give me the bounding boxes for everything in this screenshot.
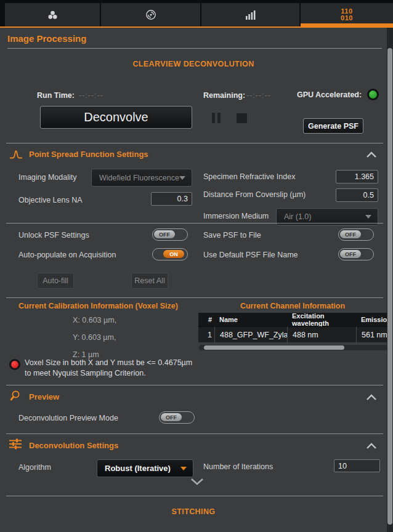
unlock-psf-toggle[interactable]: OFF — [152, 228, 188, 241]
iterations-input[interactable] — [334, 459, 380, 472]
imaging-modality-dropdown[interactable]: Widefield Fluorescence — [91, 169, 192, 187]
warning-line1: Voxel Size in both X and Y must be <= 0.… — [25, 358, 192, 368]
toggle-knob: OFF — [161, 413, 182, 421]
tab-acquisition[interactable] — [101, 3, 200, 26]
chevron-down-icon — [365, 215, 371, 219]
decon-settings-title: Deconvolution Settings — [29, 441, 118, 450]
channel-name: 488_GFP_WF_Zyla — [214, 326, 287, 342]
channel-num: 1 — [198, 326, 214, 342]
algorithm-value: Robust (Iterative) — [97, 464, 180, 473]
preview-mode-label: Deconvolution Preview Mode — [18, 414, 118, 422]
toggle-knob: OFF — [154, 230, 175, 238]
unlock-psf-label: Unlock PSF Settings — [18, 231, 89, 240]
toggle-knob: OFF — [340, 230, 361, 238]
stop-icon[interactable] — [237, 113, 247, 123]
algorithm-dropdown[interactable]: Robust (Iterative) — [97, 459, 193, 477]
calibration-title: Current Calibration Information (Voxel S… — [18, 302, 178, 310]
hscrollbar-thumb[interactable] — [204, 345, 344, 350]
coverslip-label: Distance From Coverslip (µm) — [203, 190, 306, 199]
channel-excitation: 488 nm — [287, 326, 356, 342]
page-title: Image Processing — [7, 33, 86, 44]
nyquist-warning-led — [9, 359, 20, 370]
col-header-num: # — [198, 313, 214, 326]
channel-table-hscrollbar[interactable] — [198, 344, 388, 351]
auto-populate-toggle[interactable]: ON — [152, 248, 188, 260]
decon-settings-divider — [6, 433, 383, 434]
vertical-scrollbar-thumb[interactable] — [387, 48, 392, 525]
gpu-accelerated-label: GPU Accelerated: — [297, 91, 362, 99]
auto-fill-button[interactable]: Auto-fill — [37, 273, 74, 289]
sliders-icon — [9, 438, 22, 449]
deconvolve-button[interactable]: Deconvolve — [40, 106, 192, 129]
channel-info-title: Current Channel Information — [198, 302, 387, 310]
run-time-value: --:--:-- — [79, 91, 103, 100]
preview-divider — [6, 385, 383, 385]
calibration-divider — [6, 297, 383, 298]
pause-icon[interactable] — [212, 113, 221, 123]
top-tab-bar: 110 010 — [0, 0, 393, 28]
channel-table: # Name Excitation wavelength Emission w … — [198, 313, 393, 342]
preview-section-title: Preview — [29, 392, 59, 401]
col-header-excitation: Excitation wavelength — [287, 313, 356, 326]
save-psf-toggle[interactable]: OFF — [338, 228, 374, 241]
peak-curve-icon — [10, 150, 23, 159]
orbit-icon — [145, 9, 156, 20]
remaining-value: --:--:-- — [246, 91, 271, 100]
clearview-section-title: CLEARVIEW DECONVOLUTION — [0, 60, 387, 68]
voxel-y-value: Y: 0.603 µm, — [73, 333, 116, 342]
refractive-index-label: Specimen Refractive Index — [203, 172, 295, 181]
magnifier-icon — [10, 390, 21, 401]
nyquist-warning-text: Voxel Size in both X and Y must be <= 0.… — [25, 358, 192, 379]
chevron-down-icon — [179, 176, 185, 180]
vertical-scrollbar[interactable] — [387, 28, 393, 532]
toggle-knob: OFF — [340, 250, 361, 258]
chevron-up-icon[interactable] — [366, 394, 377, 401]
warning-line2: to meet Nyquist Sampling Criterion. — [25, 368, 192, 379]
reset-all-button[interactable]: Reset All — [131, 273, 168, 289]
col-header-name: Name — [214, 313, 287, 326]
imaging-modality-value: Widefield Fluorescence — [92, 174, 179, 182]
cells-icon — [47, 10, 58, 20]
tab-samples[interactable] — [5, 3, 100, 26]
channel-table-header: # Name Excitation wavelength Emission w — [198, 313, 393, 326]
imaging-modality-label: Imaging Modality — [18, 173, 77, 182]
chevron-up-icon[interactable] — [366, 443, 377, 449]
iterations-label: Number of Iterations — [203, 462, 273, 471]
bar-chart-icon — [245, 10, 256, 20]
chevron-down-icon — [180, 467, 187, 470]
psf-toggles-divider — [6, 223, 383, 224]
stitching-divider — [6, 496, 383, 496]
immersion-medium-label: Immersion Medium — [203, 212, 269, 220]
save-psf-label: Save PSF to File — [203, 231, 261, 240]
chevron-up-icon[interactable] — [366, 151, 377, 158]
stitching-section-title: STITCHING — [0, 507, 387, 516]
active-tab-indicator — [301, 23, 393, 28]
gpu-status-led — [367, 89, 379, 100]
generate-psf-button[interactable]: Generate PSF — [303, 118, 363, 134]
title-divider — [7, 48, 382, 49]
coverslip-input[interactable] — [336, 188, 378, 202]
auto-populate-label: Auto-populate on Acquisition — [18, 251, 116, 259]
algorithm-label: Algorithm — [18, 463, 51, 472]
toggle-knob: ON — [163, 250, 184, 258]
immersion-medium-value: Air (1.0) — [277, 212, 365, 221]
binary-tab-label: 110 010 — [341, 8, 353, 22]
remaining-label: Remaining: — [203, 91, 245, 100]
psf-section-title: Point Spread Function Settings — [29, 150, 148, 159]
default-psf-name-toggle[interactable]: OFF — [338, 248, 374, 260]
default-psf-name-label: Use Default PSF File Name — [203, 251, 298, 259]
preview-mode-toggle[interactable]: OFF — [159, 411, 195, 424]
image-processing-panel: 110 010 Image Processing CLEARVIEW DECON… — [0, 0, 393, 532]
run-time-label: Run Time: — [37, 91, 75, 100]
objective-na-label: Objective Lens NA — [18, 196, 83, 204]
channel-table-row[interactable]: 1 488_GFP_WF_Zyla 488 nm 561 nm — [198, 326, 393, 342]
tab-analysis[interactable] — [201, 3, 299, 26]
objective-na-input[interactable] — [151, 192, 192, 206]
expand-more-chevron-icon[interactable] — [190, 478, 205, 485]
voxel-x-value: X: 0.603 µm, — [73, 316, 116, 324]
refractive-index-input[interactable] — [336, 170, 378, 183]
psf-section-divider — [6, 143, 383, 143]
